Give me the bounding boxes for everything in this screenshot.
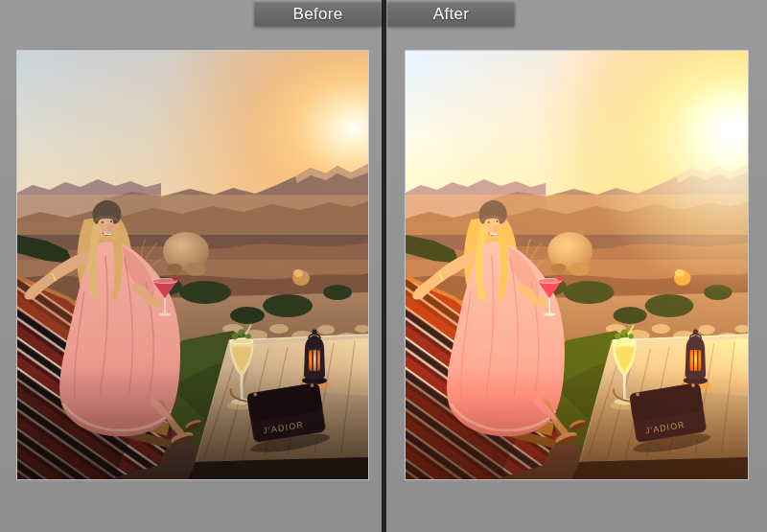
center-divider <box>382 0 386 532</box>
before-tab[interactable]: Before <box>254 2 382 27</box>
before-photo <box>17 51 368 479</box>
after-photo <box>406 51 748 479</box>
before-photo-image <box>17 51 368 479</box>
comparison-canvas: Before After <box>0 0 767 532</box>
after-tab[interactable]: After <box>387 2 515 27</box>
before-tab-label: Before <box>293 5 343 24</box>
after-tab-label: After <box>433 5 469 24</box>
after-photo-image <box>406 51 748 479</box>
